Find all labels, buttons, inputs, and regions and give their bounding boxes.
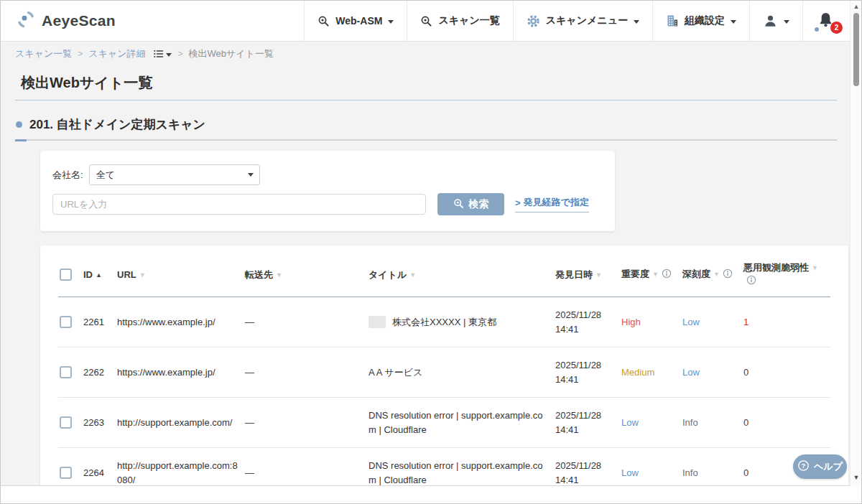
navbar-item-スキャン一覧[interactable]: スキャン一覧 [407,1,512,41]
filter-card: 会社名: 全て 検索 > 発見経路で指定 [40,151,615,231]
cell-found-date: 2025/11/2814:41 [554,347,620,398]
table-row: 2263http://support.example.com/—DNS reso… [58,398,830,448]
sort-desc-icon[interactable]: ▼ [652,271,659,278]
column-label[interactable]: URL [117,269,136,280]
discovery-route-link[interactable]: > 発見経路で指定 [515,196,589,213]
column-header-タイトル: タイトル▼ [367,250,554,297]
column-header-ID: ID▲ [82,250,116,297]
select-all-checkbox[interactable] [60,269,72,281]
column-label[interactable]: 発見日時 [555,269,593,280]
redacted-favicon [369,316,386,328]
cell-forward: — [244,398,367,448]
cell-select [58,448,82,486]
found-time: 14:41 [555,373,616,387]
gear-icon [527,14,540,28]
search-button[interactable]: 検索 [437,193,504,215]
row-checkbox[interactable] [60,416,72,429]
cell-found-date: 2025/11/2814:41 [554,448,620,486]
navbar-item-user[interactable] [749,1,802,41]
notifications-button[interactable]: 2 [802,1,851,41]
brand-logo[interactable]: AeyeScan [1,1,130,41]
column-label[interactable]: 悪用観測脆弱性 [743,262,809,273]
page-title: 検出Webサイト一覧 [21,73,837,93]
column-label[interactable]: 転送先 [245,269,273,280]
chevron-right-icon: > [515,197,521,208]
table-header-row: ID▲URL▼転送先▼タイトル▼発見日時▼重要度▼深刻度▼悪用観測脆弱性▼ [58,250,830,297]
cell-severity: Low [681,347,742,398]
scroll-down-arrow-icon[interactable]: ▼ [851,473,862,482]
column-header-発見日時: 発見日時▼ [554,250,620,297]
cell-select [58,398,82,448]
navbar-item-label: スキャン一覧 [438,14,499,27]
section-title: 201. 自社ドメイン定期スキャン [29,116,205,133]
navbar-item-スキャンメニュー[interactable]: スキャンメニュー [513,1,652,41]
cell-forward: — [244,448,367,486]
cell-importance: Low [620,448,681,486]
found-date: 2025/11/28 [555,358,616,373]
url-search-input[interactable] [52,194,426,215]
cell-id: 2262 [82,347,116,398]
breadcrumb-separator: > [78,49,83,59]
cell-severity: Info [681,398,742,448]
table-row: 2264http://support.example.com:8080/—DNS… [58,448,830,486]
sort-asc-icon[interactable]: ▲ [96,271,102,279]
cell-id: 2263 [82,398,116,448]
found-date: 2025/11/28 [555,409,616,423]
found-date: 2025/11/28 [555,308,616,322]
scan-search-icon [420,15,432,27]
column-header-深刻度: 深刻度▼ [681,250,742,297]
breadcrumb-item: 検出Webサイト一覧 [188,47,273,60]
found-date: 2025/11/28 [555,459,616,473]
help-button[interactable]: ? ヘルプ [793,454,847,479]
cell-url: https://www.example.jp/ [116,297,244,347]
row-checkbox[interactable] [60,316,72,328]
main-content: 検出Webサイト一覧 201. 自社ドメイン定期スキャン 会社名: 全て [1,66,851,486]
navbar-item-label: 組織設定 [685,14,725,27]
scan-detail-menu-button[interactable] [154,50,172,58]
cell-forward: — [244,297,367,347]
chevron-down-icon [731,20,736,24]
browser-window: AeyeScan Web-ASMスキャン一覧スキャンメニュー組織設定 2 スキャ… [0,0,862,504]
cell-url: https://www.example.jp/ [116,347,244,398]
column-label[interactable]: 深刻度 [682,269,710,279]
table-row: 2261https://www.example.jp/—株式会社XXXXX | … [58,297,830,347]
breadcrumb-item[interactable]: スキャン詳細 [88,47,145,60]
cell-exploit-count: 0 [742,398,830,448]
section-bullet-icon [16,121,22,128]
sort-desc-icon[interactable]: ▼ [409,271,416,279]
column-label[interactable]: 重要度 [621,269,649,279]
column-label[interactable]: ID [83,269,93,280]
svg-text:?: ? [802,462,806,470]
column-header-URL: URL▼ [116,250,244,297]
info-icon[interactable] [662,269,672,282]
brand-name: AeyeScan [42,12,116,29]
app-viewport: AeyeScan Web-ASMスキャン一覧スキャンメニュー組織設定 2 スキャ… [1,1,851,486]
column-header-悪用観測脆弱性: 悪用観測脆弱性▼ [742,250,830,297]
scroll-up-arrow-icon[interactable]: ▲ [851,2,862,11]
cell-exploit-count: 0 [742,347,830,398]
navbar-item-Web-ASM[interactable]: Web-ASM [304,1,407,41]
cell-severity: Low [681,297,742,347]
title-divider [15,100,837,101]
cell-exploit-count: 1 [742,297,830,347]
sort-desc-icon[interactable]: ▼ [812,264,818,271]
scrollbar-thumb[interactable] [853,13,859,86]
column-label[interactable]: タイトル [369,269,407,280]
detected-websites-table: ID▲URL▼転送先▼タイトル▼発見日時▼重要度▼深刻度▼悪用観測脆弱性▼ 22… [58,250,830,486]
breadcrumb-item[interactable]: スキャン一覧 [15,47,72,60]
sort-desc-icon[interactable]: ▼ [713,271,720,278]
column-header-重要度: 重要度▼ [620,250,681,297]
sort-desc-icon[interactable]: ▼ [139,271,146,279]
vertical-scrollbar[interactable]: ▲ ▼ [850,1,861,486]
search-button-label: 検索 [469,198,489,211]
company-select[interactable]: 全て [89,164,260,185]
navbar-item-組織設定[interactable]: 組織設定 [652,1,749,41]
row-checkbox[interactable] [60,467,72,479]
info-icon[interactable] [723,269,733,282]
info-icon[interactable] [746,275,756,289]
table-row: 2262https://www.example.jp/—A A サービス2025… [58,347,830,398]
row-checkbox[interactable] [60,366,72,378]
sort-desc-icon[interactable]: ▼ [276,271,282,279]
section-header: 201. 自社ドメイン定期スキャン [15,116,837,133]
sort-desc-icon[interactable]: ▼ [595,271,602,279]
